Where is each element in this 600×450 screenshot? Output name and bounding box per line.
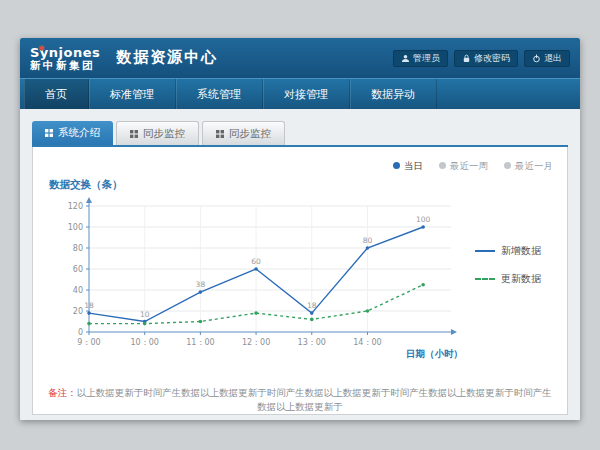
svg-text:80: 80: [363, 236, 373, 245]
solid-line-icon: [475, 250, 495, 252]
lock-icon: [462, 54, 471, 63]
time-filter-group: 当日 最近一周 最近一月: [47, 159, 553, 172]
nav-item-connect-mgmt[interactable]: 对接管理: [263, 79, 350, 109]
svg-text:120: 120: [68, 202, 83, 211]
svg-text:20: 20: [73, 307, 83, 316]
legend-dot-icon: [504, 162, 511, 169]
filter-label: 当日: [404, 161, 423, 171]
svg-text:80: 80: [73, 244, 83, 253]
filter-label: 最近一月: [515, 161, 553, 171]
content-area: 系统介绍 同步监控 同步监控 当日: [20, 109, 580, 420]
grid-icon: [130, 128, 138, 140]
user-icon: [401, 54, 410, 63]
svg-text:40: 40: [73, 286, 83, 295]
svg-text:9：00: 9：00: [77, 338, 100, 347]
svg-text:100: 100: [416, 215, 431, 224]
filter-last-week[interactable]: 最近一周: [439, 159, 488, 172]
tab-label: 同步监控: [229, 127, 271, 141]
nav-item-standard-mgmt[interactable]: 标准管理: [89, 79, 176, 109]
nav-item-home[interactable]: 首页: [24, 79, 89, 109]
logo-subtitle: 新中新集团: [30, 59, 100, 71]
logo-text-row: Synjones ✱: [30, 46, 100, 59]
svg-text:0: 0: [78, 328, 83, 337]
filter-today[interactable]: 当日: [393, 159, 423, 172]
footnote-prefix: 备注：: [48, 387, 77, 398]
nav-item-system-mgmt[interactable]: 系统管理: [176, 79, 263, 109]
svg-text:12：00: 12：00: [242, 338, 270, 347]
chart-panel: 当日 最近一周 最近一月 数据交换（条） 0204060801001209：00…: [32, 147, 568, 415]
legend-label: 更新数据: [501, 272, 541, 286]
logout-button[interactable]: 退出: [524, 50, 570, 67]
app-window: Synjones ✱ 新中新集团 数据资源中心 管理员 修改密码 退出: [20, 38, 580, 420]
legend-dot-icon: [393, 162, 400, 169]
tab-sync-monitor-1[interactable]: 同步监控: [116, 121, 199, 145]
dashed-line-icon: [475, 278, 495, 280]
series-legend: 新增数据 更新数据: [475, 244, 551, 286]
chart-region: 0204060801001209：0010：0011：0012：0013：001…: [47, 192, 553, 364]
legend-label: 新增数据: [501, 244, 541, 258]
change-password-label: 修改密码: [474, 53, 510, 64]
logo-star-icon: ✱: [38, 42, 45, 55]
svg-text:18: 18: [307, 301, 317, 310]
tab-bar: 系统介绍 同步监控 同步监控: [32, 121, 568, 147]
page-background: Synjones ✱ 新中新集团 数据资源中心 管理员 修改密码 退出: [0, 0, 600, 450]
svg-text:38: 38: [196, 280, 206, 289]
tab-label: 系统介绍: [58, 126, 100, 140]
legend-dot-icon: [439, 162, 446, 169]
admin-user-label: 管理员: [413, 53, 440, 64]
grid-icon: [45, 127, 53, 139]
footnote: 备注：以上数据更新于时间产生数据以上数据更新于时间产生数据以上数据更新于时间产生…: [47, 386, 553, 414]
user-toolbar: 管理员 修改密码 退出: [393, 50, 570, 67]
main-nav: 首页 标准管理 系统管理 对接管理 数据异动: [20, 78, 580, 109]
legend-item-new-data[interactable]: 新增数据: [475, 244, 551, 258]
tab-sync-monitor-2[interactable]: 同步监控: [202, 121, 285, 145]
chart-y-axis-title: 数据交换（条）: [49, 178, 553, 192]
svg-text:60: 60: [73, 265, 83, 274]
svg-text:13：00: 13：00: [298, 338, 326, 347]
svg-text:100: 100: [68, 223, 83, 232]
svg-text:60: 60: [251, 257, 261, 266]
page-title: 数据资源中心: [116, 48, 218, 69]
footnote-text: 以上数据更新于时间产生数据以上数据更新于时间产生数据以上数据更新于时间产生数据以…: [77, 387, 552, 412]
svg-text:日期（小时）: 日期（小时）: [406, 348, 463, 360]
tab-system-intro[interactable]: 系统介绍: [32, 121, 113, 145]
filter-label: 最近一周: [450, 161, 488, 171]
legend-item-update-data[interactable]: 更新数据: [475, 272, 551, 286]
line-chart: 0204060801001209：0010：0011：0012：0013：001…: [47, 192, 467, 364]
nav-item-data-change[interactable]: 数据异动: [350, 79, 437, 109]
app-header: Synjones ✱ 新中新集团 数据资源中心 管理员 修改密码 退出: [20, 38, 580, 78]
svg-text:11：00: 11：00: [186, 338, 214, 347]
filter-last-month[interactable]: 最近一月: [504, 159, 553, 172]
change-password-button[interactable]: 修改密码: [454, 50, 518, 67]
grid-icon: [216, 128, 224, 140]
admin-user-button[interactable]: 管理员: [393, 50, 448, 67]
svg-text:14：00: 14：00: [353, 338, 381, 347]
svg-text:10: 10: [140, 310, 150, 319]
svg-text:18: 18: [84, 301, 94, 310]
svg-text:10：00: 10：00: [131, 338, 159, 347]
brand-logo: Synjones ✱ 新中新集团: [30, 46, 100, 71]
tab-label: 同步监控: [143, 127, 185, 141]
logout-label: 退出: [544, 53, 562, 64]
power-icon: [532, 54, 541, 63]
